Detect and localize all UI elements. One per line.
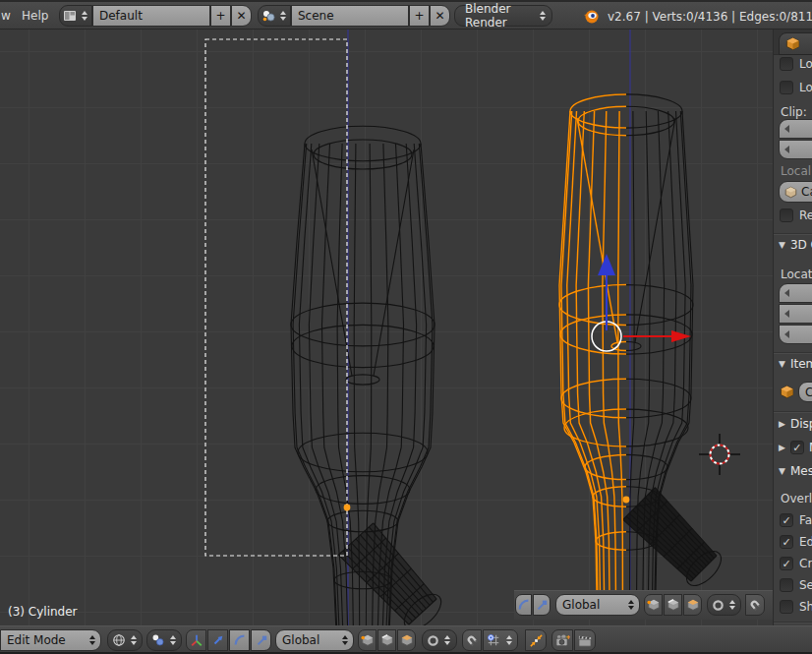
stepper-arrows-icon — [129, 635, 139, 645]
object-tab[interactable] — [779, 32, 812, 55]
item-panel-header[interactable]: ▼ Item — [779, 357, 812, 371]
cursor-x-field[interactable] — [779, 283, 812, 303]
opengl-camera-icon: + — [554, 633, 570, 648]
checkbox[interactable]: ✓ — [780, 535, 793, 549]
mesh-analysis-panel-header[interactable]: ▶ ✓ M — [779, 441, 812, 454]
checkbox[interactable]: ✓ — [780, 81, 793, 94]
checkbox[interactable]: ✓ — [780, 578, 793, 592]
scene-name-field[interactable]: Scene — [291, 5, 409, 27]
stepper-arrows-icon — [727, 600, 737, 610]
overlay-check-row[interactable]: ✓ Fac — [780, 513, 812, 527]
scene-icon-button[interactable] — [258, 5, 291, 27]
checkbox[interactable]: ✓ — [780, 600, 793, 614]
delete-scene-button[interactable]: ✕ — [430, 5, 450, 27]
mesh-display-panel-header[interactable]: ▼ Mesh — [779, 464, 812, 478]
clip-start-field[interactable]: S — [779, 119, 812, 139]
scale-icon — [535, 598, 549, 612]
proportional-edit-select[interactable] — [707, 594, 741, 616]
orientation-select[interactable]: Global — [555, 594, 640, 616]
manipulator-scale-toggle[interactable] — [533, 594, 551, 616]
delete-layout-button[interactable]: ✕ — [231, 5, 252, 27]
object-origin-left — [344, 505, 351, 511]
lock-row-2[interactable]: ✓ Loc — [780, 81, 812, 94]
lock-label: Loc — [799, 81, 812, 94]
svg-text:+: + — [565, 633, 570, 641]
rotate-icon — [233, 633, 247, 647]
vertex-select-icon — [361, 633, 375, 647]
decrement-arrow-icon[interactable] — [784, 310, 789, 318]
manipulator-rotate-toggle[interactable] — [229, 629, 250, 651]
mode-select[interactable]: Edit Mode — [0, 629, 101, 651]
face-select-mode-button[interactable] — [397, 629, 416, 651]
scale-icon — [255, 633, 268, 647]
cursor-z-field[interactable] — [779, 325, 812, 344]
cursor-panel-header[interactable]: ▼ 3D C — [779, 238, 812, 252]
stepper-arrows-icon — [87, 635, 97, 645]
manipulator-axes-icon — [190, 633, 203, 647]
wireframe-shading-icon — [112, 633, 126, 647]
check-icon: ✓ — [782, 537, 790, 548]
overlay-check-row[interactable]: ✓ Sea — [780, 578, 812, 592]
decrement-arrow-icon[interactable] — [784, 125, 789, 133]
checkbox[interactable]: ✓ — [780, 208, 793, 222]
checkbox[interactable]: ✓ — [780, 557, 793, 570]
blender-window: { "header": { "menu_fragment": "w", "men… — [0, 0, 812, 654]
triangle-down-icon: ▼ — [779, 466, 785, 476]
render-border-row[interactable]: ✓ Ren — [780, 208, 812, 222]
edge-select-mode-button[interactable] — [377, 629, 396, 651]
viewport-shading-select[interactable] — [107, 629, 143, 651]
edge-select-icon — [667, 598, 680, 612]
face-select-mode-button[interactable] — [683, 594, 702, 616]
active-object-label: (3) Cylinder — [8, 605, 78, 619]
decrement-arrow-icon[interactable] — [784, 289, 789, 297]
stepper-arrows-icon — [340, 635, 350, 645]
manipulator-rotate-toggle[interactable] — [515, 594, 532, 616]
orientation-select[interactable]: Global — [275, 629, 354, 651]
screen-layout-name-field[interactable]: Default — [92, 5, 210, 27]
proportional-off-icon — [712, 599, 725, 612]
display-panel-header[interactable]: ▶ Displ — [779, 417, 812, 431]
pivot-point-select[interactable] — [146, 629, 182, 651]
vertex-select-mode-button[interactable] — [644, 594, 663, 616]
manipulate-center-points-toggle[interactable] — [525, 629, 547, 651]
snap-toggle[interactable] — [462, 629, 482, 651]
overlays-label: Overlay — [781, 492, 812, 505]
add-scene-button[interactable]: + — [409, 5, 430, 27]
decrement-arrow-icon[interactable] — [784, 146, 789, 153]
clip-end-field[interactable]: En — [779, 140, 812, 159]
check-icon: ✓ — [792, 443, 801, 453]
vertex-select-mode-button[interactable] — [358, 629, 377, 651]
plus-icon: + — [414, 9, 424, 23]
overlay-check-row[interactable]: ✓ Sho — [780, 600, 812, 614]
screen-layout-icon-button[interactable] — [59, 5, 92, 27]
center-points-icon — [529, 633, 544, 648]
3d-viewport[interactable]: (3) Cylinder Global — [0, 30, 773, 625]
right-elbow-wireframe — [623, 488, 727, 592]
add-layout-button[interactable]: + — [210, 5, 231, 27]
screen-layout-icon — [63, 10, 77, 22]
camera-object-field[interactable]: Cam — [779, 181, 812, 203]
menu-help[interactable]: Help — [22, 9, 48, 23]
checkbox[interactable]: ✓ — [780, 513, 793, 527]
checkbox[interactable]: ✓ — [790, 441, 804, 454]
object-name-field[interactable]: C — [798, 382, 812, 402]
opengl-render-button[interactable]: + — [551, 629, 573, 651]
menu-window-fragment[interactable]: w — [1, 9, 11, 23]
overlay-label: Sea — [799, 578, 812, 592]
lock-label: Loc — [799, 57, 812, 71]
edge-select-mode-button[interactable] — [664, 594, 682, 616]
manipulator-translate-toggle[interactable] — [207, 629, 228, 651]
proportional-edit-select[interactable] — [422, 629, 457, 651]
render-engine-select[interactable]: Blender Render — [454, 5, 552, 27]
manipulator-enable-toggle[interactable] — [186, 629, 206, 651]
snap-toggle[interactable] — [745, 594, 765, 616]
overlay-check-row[interactable]: ✓ Edg — [780, 535, 812, 549]
overlay-check-row[interactable]: ✓ Crea — [780, 557, 812, 570]
decrement-arrow-icon[interactable] — [784, 330, 789, 338]
snap-element-select[interactable] — [483, 629, 518, 651]
checkbox[interactable]: ✓ — [780, 57, 793, 71]
opengl-render-animation-button[interactable] — [574, 629, 596, 651]
lock-row-1[interactable]: ✓ Loc — [780, 57, 812, 71]
manipulator-scale-toggle[interactable] — [251, 629, 271, 651]
cursor-y-field[interactable] — [779, 304, 812, 324]
